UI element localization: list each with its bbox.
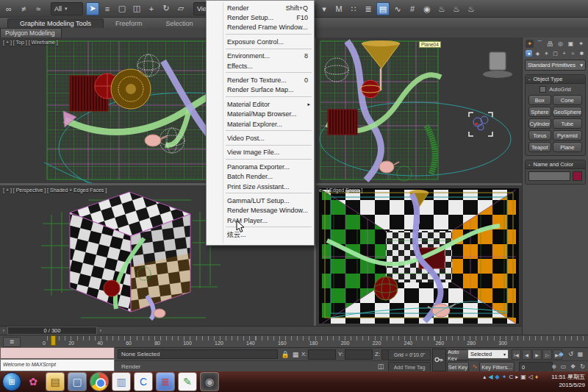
- pan-hand-icon[interactable]: ❖: [569, 362, 577, 371]
- menu-item[interactable]: Render Shift+Q: [207, 3, 314, 13]
- schematic-view-icon[interactable]: #: [406, 2, 419, 15]
- render-setup-icon[interactable]: ♨: [435, 2, 448, 15]
- chrome-icon[interactable]: [90, 373, 108, 391]
- object-type-button[interactable]: Cylinder: [528, 118, 551, 129]
- viewport-front[interactable]: Plane04: [316, 38, 522, 183]
- previous-frame-arrow-icon[interactable]: ‹: [0, 328, 7, 333]
- menu-item[interactable]: Render Setup... F10: [207, 13, 314, 22]
- viewport-label[interactable]: e - [ Edged Faces ]: [319, 188, 362, 193]
- taskbar-clock[interactable]: 11:51 星期五 2015/5/29: [551, 373, 585, 389]
- tab-polygon-modeling[interactable]: Polygon Modeling: [0, 28, 62, 38]
- viewport-label[interactable]: [ + ] [ Perspective ] [ Shaded + Edged F…: [3, 188, 107, 193]
- display-tab-icon[interactable]: ▣: [567, 40, 575, 48]
- menu-item[interactable]: Environment... 8: [207, 51, 314, 61]
- menu-item[interactable]: 炫云...: [207, 229, 314, 239]
- selection-lock-icon[interactable]: 🔒: [281, 350, 290, 359]
- menu-item[interactable]: Render Message Window...: [207, 206, 314, 215]
- systems-category-icon[interactable]: ✱: [578, 50, 585, 57]
- key-filters-button[interactable]: Key Filters...: [479, 362, 514, 372]
- media-app-icon[interactable]: ▥: [112, 373, 130, 391]
- object-name-field[interactable]: [528, 171, 570, 181]
- object-type-button[interactable]: Box: [528, 95, 551, 105]
- render-production-icon[interactable]: ♨: [465, 2, 478, 15]
- menu-item[interactable]: Video Post...: [207, 133, 314, 143]
- c-app-icon[interactable]: C: [135, 373, 152, 391]
- spacewarps-category-icon[interactable]: ≈: [570, 50, 576, 57]
- zoom-extents-icon[interactable]: ▭: [559, 362, 567, 371]
- select-and-link-icon[interactable]: ∞: [2, 2, 15, 15]
- maxscript-mini-listener[interactable]: Welcome to MAXScript: [0, 359, 115, 371]
- time-slider-frame-field[interactable]: 0 / 300: [7, 327, 97, 335]
- tray-flag-icon[interactable]: ▸: [515, 374, 518, 380]
- object-type-button[interactable]: Tube: [553, 118, 582, 129]
- lights-category-icon[interactable]: ☀: [543, 50, 550, 57]
- screenshot-app-icon[interactable]: ◉: [201, 373, 218, 391]
- curve-editor-icon[interactable]: ∿: [391, 2, 404, 15]
- viewport-camera[interactable]: e - [ Edged Faces ]: [316, 185, 522, 326]
- object-type-button[interactable]: Teapot: [528, 142, 551, 152]
- mini-curve-toggle-icon[interactable]: ≣: [3, 337, 21, 347]
- object-type-rollout-header[interactable]: - Object Type: [526, 75, 585, 84]
- graphite-ribbon-toggle-icon[interactable]: ▤: [376, 2, 390, 15]
- ribbon-tab[interactable]: Selection: [154, 19, 204, 28]
- isolate-icon[interactable]: ◆: [557, 349, 565, 358]
- tray-flame-icon[interactable]: ♦: [535, 374, 538, 380]
- object-type-button[interactable]: Cone: [553, 95, 582, 105]
- menu-item[interactable]: Material Explorer...: [207, 119, 314, 129]
- align-icon[interactable]: ∷: [347, 2, 360, 15]
- menu-item[interactable]: Effects...: [207, 61, 314, 71]
- explorer-icon[interactable]: ▤: [46, 373, 64, 391]
- floppy-save-app-icon[interactable]: ≣: [157, 373, 174, 391]
- primitive-dropdown[interactable]: Standard Primitives ▾: [525, 60, 586, 71]
- tray-window-icon[interactable]: ▣: [520, 374, 526, 380]
- set-key-button[interactable]: Set Key: [447, 362, 469, 372]
- y-coord-field[interactable]: [345, 349, 373, 360]
- add-time-tag[interactable]: Add Time Tag: [388, 362, 431, 372]
- previous-frame-icon[interactable]: ◀: [522, 349, 531, 360]
- mirror-icon[interactable]: M: [332, 2, 345, 15]
- pinwheel-app-icon[interactable]: ✿: [24, 373, 42, 391]
- autogrid-checkbox[interactable]: [539, 86, 546, 93]
- menu-item[interactable]: Panorama Exporter...: [207, 162, 314, 171]
- select-by-name-icon[interactable]: ≡: [101, 2, 114, 15]
- menu-item[interactable]: Rendered Frame Window...: [207, 23, 314, 32]
- helpers-category-icon[interactable]: +: [561, 50, 567, 57]
- shapes-category-icon[interactable]: ◈: [534, 50, 541, 57]
- tray-messenger-icon[interactable]: ✦: [502, 374, 507, 380]
- create-tab-icon[interactable]: ✦: [526, 40, 534, 48]
- menu-item[interactable]: Print Size Assistant...: [207, 182, 314, 191]
- next-frame-icon[interactable]: ▷: [542, 349, 552, 360]
- menu-item[interactable]: Gamma/LUT Setup...: [207, 196, 314, 205]
- start-button[interactable]: ⊞: [2, 372, 21, 391]
- tray-media-icon[interactable]: ◀: [488, 374, 492, 380]
- object-type-button[interactable]: Plane: [553, 142, 582, 152]
- menu-item[interactable]: Exposure Control...: [207, 37, 314, 46]
- ribbon-tab[interactable]: Graphite Modeling Tools: [7, 18, 104, 28]
- menu-item[interactable]: View Image File...: [207, 148, 314, 157]
- play-icon[interactable]: ▶: [532, 349, 542, 360]
- cameras-category-icon[interactable]: ▢: [552, 50, 559, 57]
- tray-volume-icon[interactable]: ◁: [528, 374, 533, 380]
- loop-icon[interactable]: ↺: [567, 349, 575, 358]
- object-type-button[interactable]: Torus: [528, 130, 551, 140]
- computer-remote-icon[interactable]: ▢: [68, 373, 86, 391]
- menu-item[interactable]: Batch Render...: [207, 171, 314, 181]
- ribbon-tab[interactable]: Freeform: [104, 19, 154, 28]
- rectangular-selection-icon[interactable]: ▢: [115, 2, 129, 15]
- menu-item[interactable]: Render Surface Map...: [207, 85, 314, 95]
- unlink-selection-icon[interactable]: ≠: [17, 2, 30, 15]
- object-type-button[interactable]: Sphere: [528, 107, 551, 117]
- current-frame-field[interactable]: 0: [519, 362, 553, 372]
- track-bar[interactable]: ≣ 02040608010012014016018020022024026028…: [0, 335, 588, 347]
- layer-manager-icon[interactable]: ≣: [362, 2, 375, 15]
- name-color-rollout-header[interactable]: - Name and Color: [526, 160, 585, 169]
- menu-item[interactable]: Material Editor ▸: [207, 99, 314, 109]
- x-coord-field[interactable]: [308, 349, 336, 360]
- select-and-scale-icon[interactable]: ▱: [174, 2, 187, 15]
- viewport-label[interactable]: [ + ] [ Top ] [ Wireframe ]: [3, 40, 58, 45]
- rendered-frame-window-icon[interactable]: ♨: [450, 2, 463, 15]
- utilities-tab-icon[interactable]: ✶: [577, 40, 585, 48]
- object-type-button[interactable]: GeoSphere: [553, 107, 582, 117]
- absolute-mode-icon[interactable]: ▦: [291, 350, 300, 359]
- modify-tab-icon[interactable]: ⌒: [536, 40, 544, 48]
